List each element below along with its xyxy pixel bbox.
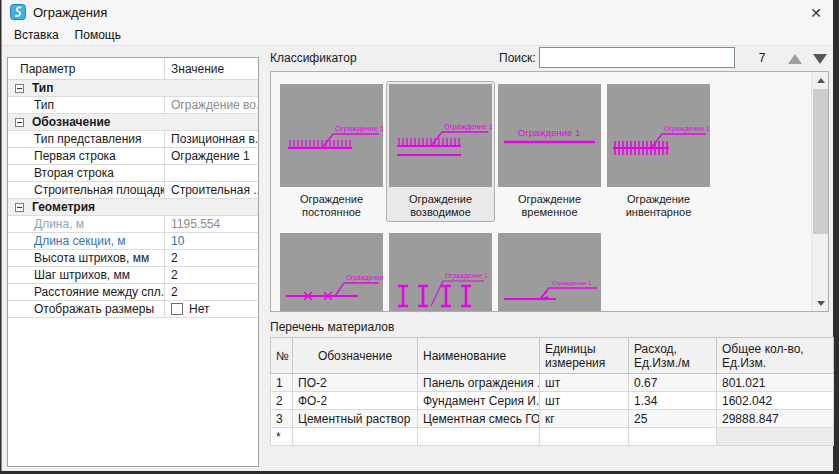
param-row-distance[interactable]: Расстояние между спл... 2 xyxy=(8,284,258,301)
param-value[interactable]: Нет xyxy=(164,301,258,317)
param-value[interactable]: 10 xyxy=(164,233,258,249)
param-row-type[interactable]: Тип Ограждение во... xyxy=(8,97,258,114)
cell-units[interactable]: шт xyxy=(540,374,629,392)
thumb-fence-arrow[interactable]: Ограждение 1 xyxy=(495,230,604,312)
param-value[interactable] xyxy=(164,165,258,181)
param-row-section-length[interactable]: Длина секции, м 10 xyxy=(8,233,258,250)
param-label: Тип xyxy=(8,97,164,113)
param-row-first-line[interactable]: Первая строка Ограждение 1 xyxy=(8,148,258,165)
material-row-2[interactable]: 2 ФО-2 Фундамент Серия И... шт 1.34 1602… xyxy=(271,392,834,410)
material-row-new[interactable]: * xyxy=(271,428,834,446)
cell-total[interactable] xyxy=(717,428,834,446)
classifier-scrollbar[interactable] xyxy=(811,72,828,311)
col-name: Наименование xyxy=(418,338,540,374)
cell-designation[interactable]: Цементный раствор xyxy=(293,410,418,428)
col-total: Общее кол-во, Ед.Изм. xyxy=(717,338,834,374)
cell-designation[interactable]: ПО-2 xyxy=(293,374,418,392)
cell-total[interactable]: 29888.847 xyxy=(717,410,834,428)
collapse-icon[interactable] xyxy=(15,118,24,127)
thumb-fence-inventory[interactable]: Ограждение 1 Ограждение инвентарное xyxy=(604,81,713,222)
param-value[interactable]: 2 xyxy=(164,267,258,283)
param-value[interactable]: Позиционная в... xyxy=(164,131,258,147)
param-value[interactable]: 2 xyxy=(164,250,258,266)
cell-name[interactable]: Цементная смесь ГО... xyxy=(418,410,540,428)
checkbox-label: Нет xyxy=(189,302,209,316)
app-icon xyxy=(10,4,26,20)
menu-help[interactable]: Помощь xyxy=(67,26,129,45)
thumbnail-grid: Ограждение 1 Ограждение постоянное Ограж… xyxy=(277,81,805,312)
param-row-construction-site[interactable]: Строительная площадка Строительная ... xyxy=(8,182,258,199)
menu-insert[interactable]: Вставка xyxy=(6,26,67,45)
cell-consumption[interactable] xyxy=(629,428,717,446)
thumb-fence-temporary[interactable]: Ограждение 1 Ограждение временное xyxy=(495,81,604,222)
drawing-caption: Ограждение 1 xyxy=(664,125,710,133)
section-geometry[interactable]: Геометрия xyxy=(8,199,258,216)
param-row-hatch-step[interactable]: Шаг штрихов, мм 2 xyxy=(8,267,258,284)
cell-units[interactable]: шт xyxy=(540,392,629,410)
checkbox-icon[interactable] xyxy=(171,303,183,315)
param-row-length[interactable]: Длина, м 1195.554 xyxy=(8,216,258,233)
param-value[interactable]: 2 xyxy=(164,284,258,300)
param-label: Тип представления xyxy=(8,131,164,147)
cell-total[interactable]: 1602.042 xyxy=(717,392,834,410)
scrollbar-thumb[interactable] xyxy=(813,89,828,234)
drawing-caption: Ограждение 1 xyxy=(335,124,383,133)
section-label: Геометрия xyxy=(32,199,95,215)
search-input[interactable] xyxy=(539,47,735,68)
cell-designation[interactable]: ФО-2 xyxy=(293,392,418,410)
param-row-representation[interactable]: Тип представления Позиционная в... xyxy=(8,131,258,148)
drawing-caption: Ограждение 1 xyxy=(346,274,383,282)
cell-consumption[interactable]: 0.67 xyxy=(629,374,717,392)
cell-units[interactable] xyxy=(540,428,629,446)
param-row-second-line[interactable]: Вторая строка xyxy=(8,165,258,182)
divider xyxy=(2,45,833,46)
drawing-caption: Ограждение 1 xyxy=(518,127,580,138)
param-value[interactable]: Ограждение во... xyxy=(164,97,258,113)
cell-designation[interactable] xyxy=(293,428,418,446)
cell-consumption[interactable]: 1.34 xyxy=(629,392,717,410)
thumb-fence-x-marks[interactable]: Ограждение 1 xyxy=(277,230,386,312)
thumb-fence-erected[interactable]: Ограждение 1 Ограждение возводимое xyxy=(386,81,495,222)
search-prev-button[interactable] xyxy=(785,51,805,66)
cell-name[interactable]: Панель ограждения ... xyxy=(418,374,540,392)
parameters-header: Параметр Значение xyxy=(8,58,258,80)
cell-number[interactable]: * xyxy=(271,428,293,446)
param-row-hatch-height[interactable]: Высота штрихов, мм 2 xyxy=(8,250,258,267)
material-row-3[interactable]: 3 Цементный раствор Цементная смесь ГО..… xyxy=(271,410,834,428)
param-value[interactable]: Строительная ... xyxy=(164,182,258,198)
thumb-label: Ограждение возводимое xyxy=(389,193,492,219)
material-row-1[interactable]: 1 ПО-2 Панель ограждения ... шт 0.67 801… xyxy=(271,374,834,392)
fences-dialog: Ограждения ✕ Вставка Помощь Параметр Зна… xyxy=(1,0,833,471)
param-value[interactable]: Ограждение 1 xyxy=(164,148,258,164)
cell-name[interactable] xyxy=(418,428,540,446)
collapse-icon[interactable] xyxy=(15,203,24,212)
title-bar: Ограждения ✕ Вставка Помощь xyxy=(2,0,833,45)
thumb-label: Ограждение временное xyxy=(498,193,601,219)
thumb-fence-permanent[interactable]: Ограждение 1 Ограждение постоянное xyxy=(277,81,386,222)
section-type[interactable]: Тип xyxy=(8,80,258,97)
search-next-button[interactable] xyxy=(810,51,830,66)
param-value[interactable]: 1195.554 xyxy=(164,216,258,232)
section-designation[interactable]: Обозначение xyxy=(8,114,258,131)
cell-consumption[interactable]: 25 xyxy=(629,410,717,428)
cell-number[interactable]: 1 xyxy=(271,374,293,392)
scroll-up-icon[interactable] xyxy=(812,72,829,88)
thumb-fence-posts[interactable]: Ограждение 1 xyxy=(386,230,495,312)
column-value: Значение xyxy=(164,58,258,79)
cell-name[interactable]: Фундамент Серия И... xyxy=(418,392,540,410)
scroll-down-icon[interactable] xyxy=(812,295,829,311)
collapse-icon[interactable] xyxy=(15,84,24,93)
fence-temporary-drawing: Ограждение 1 xyxy=(498,84,601,187)
thumb-label-line2: временное xyxy=(498,206,601,219)
cell-number[interactable]: 2 xyxy=(271,392,293,410)
cell-units[interactable]: кг xyxy=(540,410,629,428)
col-consumption: Расход, Ед.Изм./м xyxy=(629,338,717,374)
cell-total[interactable]: 801.021 xyxy=(717,374,834,392)
fence-erected-drawing: Ограждение 1 xyxy=(389,84,492,187)
cell-number[interactable]: 3 xyxy=(271,410,293,428)
drawing-caption: Ограждение 1 xyxy=(552,280,592,286)
thumb-label-line1: Ограждение xyxy=(607,193,710,206)
param-row-show-dimensions[interactable]: Отображать размеры Нет xyxy=(8,301,258,318)
close-icon[interactable]: ✕ xyxy=(800,0,832,25)
thumb-label-line1: Ограждение xyxy=(280,193,383,206)
